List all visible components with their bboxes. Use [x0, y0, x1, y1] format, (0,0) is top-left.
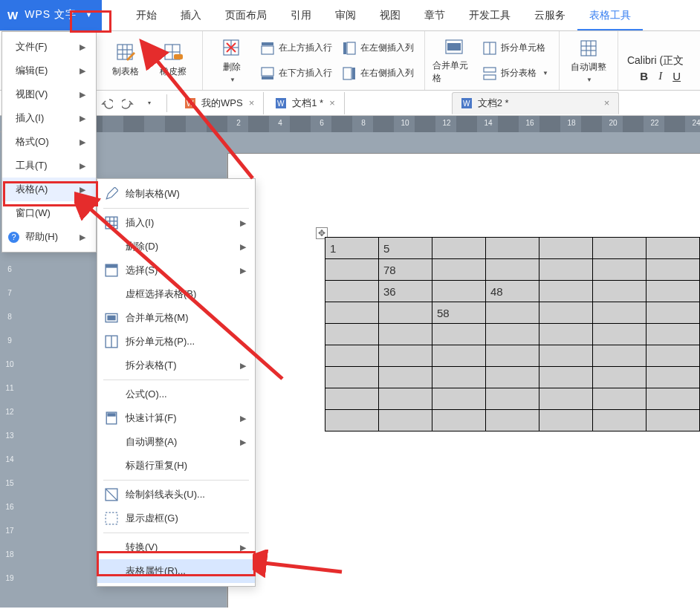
split-table-button[interactable]: 拆分表格 ▼ — [480, 62, 551, 85]
table-cell[interactable] — [593, 345, 646, 367]
submenu-select[interactable]: 选择(S) ▶ — [97, 258, 255, 282]
table-cell[interactable] — [432, 281, 486, 302]
split-cells-button[interactable]: 拆分单元格 — [480, 37, 551, 59]
tab-table-tools[interactable]: 表格工具 — [577, 1, 643, 30]
table-cell[interactable] — [646, 238, 700, 259]
submenu-dashed-select[interactable]: 虚框选择表格(B) — [97, 282, 255, 306]
table-row[interactable]: 15 — [325, 238, 700, 259]
table-cell[interactable] — [646, 388, 700, 410]
redo-button[interactable] — [119, 94, 137, 112]
table-cell[interactable]: 78 — [379, 259, 432, 281]
table-cell[interactable] — [379, 367, 432, 388]
menu-edit[interactable]: 编辑(E)▶ — [2, 59, 96, 82]
submenu-delete[interactable]: 删除(D) ▶ — [97, 235, 255, 258]
submenu-header-repeat[interactable]: 标题行重复(H) — [97, 454, 255, 478]
document-page[interactable]: ✥ 15 78 3648 58 — [227, 153, 700, 608]
insert-row-above-button[interactable]: 在上方插入行 — [258, 37, 335, 59]
table-cell[interactable] — [646, 281, 700, 302]
table-cell[interactable] — [646, 345, 700, 367]
insert-row-below-button[interactable]: 在下方插入行 — [258, 62, 335, 85]
table-cell[interactable] — [593, 388, 646, 410]
table-cell[interactable] — [486, 302, 539, 324]
table-cell[interactable] — [432, 367, 486, 388]
table-cell[interactable] — [539, 238, 593, 259]
table-row[interactable]: 58 — [325, 302, 700, 324]
tab-view[interactable]: 视图 — [368, 1, 412, 30]
menu-format[interactable]: 格式(O)▶ — [2, 130, 96, 154]
tab-chapter[interactable]: 章节 — [412, 1, 457, 30]
table-cell[interactable] — [325, 302, 379, 324]
submenu-split-table[interactable]: 拆分表格(T) ▶ — [97, 354, 255, 377]
menu-view[interactable]: 视图(V)▶ — [2, 82, 96, 106]
table-cell[interactable] — [379, 345, 432, 367]
close-icon[interactable]: × — [249, 97, 255, 108]
table-cell[interactable]: 1 — [325, 238, 379, 259]
table-cell[interactable] — [593, 410, 646, 431]
table-cell[interactable] — [646, 259, 700, 281]
submenu-show-dashed[interactable]: 显示虚框(G) — [97, 507, 255, 530]
table-cell[interactable] — [379, 388, 432, 410]
table-cell[interactable] — [539, 367, 593, 388]
submenu-split-cells[interactable]: 拆分单元格(P)... — [97, 330, 255, 354]
table-cell[interactable] — [486, 238, 539, 259]
table-cell[interactable] — [486, 367, 539, 388]
eraser-button[interactable]: 橡皮擦 — [152, 36, 195, 85]
insert-col-left-button[interactable]: 在左侧插入列 — [340, 37, 417, 59]
table-row[interactable] — [325, 324, 700, 345]
table-cell[interactable] — [486, 345, 539, 367]
qat-more-button[interactable]: ▾ — [140, 94, 158, 112]
table-cell[interactable]: 36 — [379, 281, 432, 302]
table-cell[interactable] — [486, 388, 539, 410]
table-row[interactable]: 78 — [325, 259, 700, 281]
table-cell[interactable] — [325, 281, 379, 302]
italic-button[interactable]: I — [658, 70, 662, 82]
table-cell[interactable] — [432, 388, 486, 410]
submenu-table-props[interactable]: 表格属性(R)... — [97, 559, 255, 583]
table-cell[interactable] — [539, 324, 593, 345]
tab-dev[interactable]: 开发工具 — [457, 1, 522, 30]
table-cell[interactable] — [325, 410, 379, 431]
table-cell[interactable] — [539, 259, 593, 281]
table-cell[interactable] — [432, 238, 486, 259]
table-cell[interactable] — [593, 259, 646, 281]
table-cell[interactable] — [539, 281, 593, 302]
table-cell[interactable] — [432, 259, 486, 281]
font-name-dropdown[interactable]: Calibri (正文 — [627, 54, 684, 68]
close-icon[interactable]: × — [604, 97, 610, 108]
submenu-quick-calc[interactable]: 快速计算(F) ▶ — [97, 406, 255, 430]
tab-doc1[interactable]: W 文档1 * × — [267, 92, 345, 114]
merge-cells-button[interactable]: 合并单元格 — [432, 36, 476, 85]
table-cell[interactable] — [646, 324, 700, 345]
table-cell[interactable] — [646, 410, 700, 431]
underline-button[interactable]: U — [673, 70, 681, 82]
menu-tools[interactable]: 工具(T)▶ — [2, 154, 96, 178]
menu-table[interactable]: 表格(A)▶ — [2, 178, 96, 201]
undo-button[interactable] — [98, 94, 116, 112]
table-cell[interactable]: 5 — [379, 238, 432, 259]
tab-cloud[interactable]: 云服务 — [522, 1, 577, 30]
tab-start[interactable]: 开始 — [124, 1, 169, 30]
table-row[interactable] — [325, 345, 700, 367]
table-row[interactable] — [325, 410, 700, 431]
table-cell[interactable] — [325, 324, 379, 345]
table-cell[interactable] — [325, 367, 379, 388]
horizontal-ruler[interactable]: 2 4 6 8 10 12 14 16 18 20 22 24 — [19, 116, 700, 132]
submenu-autosize[interactable]: 自动调整(A) ▶ — [97, 430, 255, 454]
table-submenu[interactable]: 绘制表格(W) 插入(I) ▶ 删除(D) ▶ 选择(S) ▶ 虚框选择表格(B… — [97, 178, 256, 587]
submenu-insert[interactable]: 插入(I) ▶ — [97, 211, 255, 235]
submenu-merge[interactable]: 合并单元格(M) — [97, 306, 255, 330]
submenu-formula[interactable]: 公式(O)... — [97, 382, 255, 406]
tab-ref[interactable]: 引用 — [279, 1, 323, 30]
draw-table-button[interactable]: 制表格 — [104, 36, 147, 85]
main-menu[interactable]: 文件(F)▶ 编辑(E)▶ 视图(V)▶ 插入(I)▶ 格式(O)▶ 工具(T)… — [1, 31, 97, 253]
table-cell[interactable] — [432, 324, 486, 345]
table-cell[interactable] — [325, 388, 379, 410]
delete-button[interactable]: 删除 ▼ — [210, 36, 253, 85]
close-icon[interactable]: × — [329, 97, 335, 108]
table-cell[interactable] — [539, 410, 593, 431]
tab-my-wps[interactable]: W 我的WPS × — [176, 92, 264, 114]
table-cell[interactable] — [486, 410, 539, 431]
table-cell[interactable] — [593, 281, 646, 302]
table-cell[interactable] — [325, 259, 379, 281]
menu-insert[interactable]: 插入(I)▶ — [2, 106, 96, 130]
